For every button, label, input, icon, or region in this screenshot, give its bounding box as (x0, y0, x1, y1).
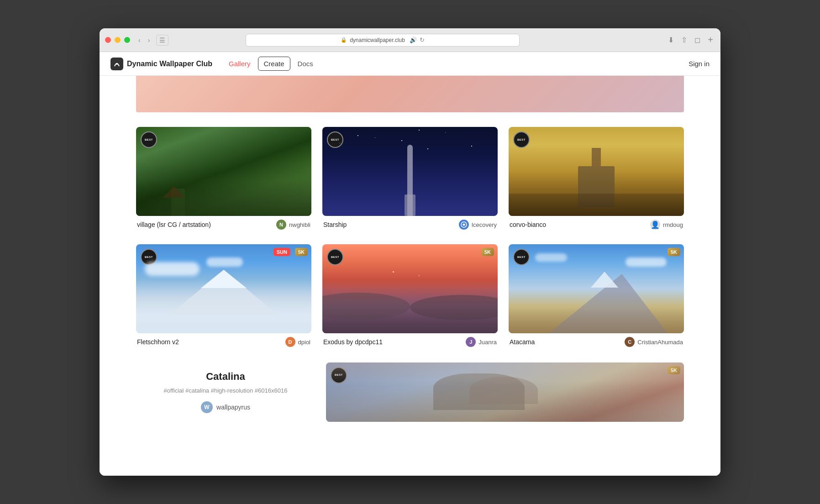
gallery-thumb-atacama[interactable]: BEST 5K (509, 244, 684, 333)
gallery-info-starship: Starship lcecovery (322, 220, 498, 230)
gallery-item-fletschhorn: BEST SUN 5K Fletschhorn v2 (136, 244, 311, 347)
gallery-title-starship: Starship (323, 221, 347, 228)
gallery-thumb-catalina[interactable]: BEST 5K (326, 362, 684, 422)
catalina-info: Catalina #official #catalina #high-resol… (136, 362, 315, 422)
content-area: BEST village (lsr CG / artstation) N nwg… (100, 76, 720, 476)
url-text: dynamicwallpaper.club (350, 37, 405, 43)
gallery-author-starship: lcecovery (459, 220, 497, 230)
author-name-village: nwghibli (289, 221, 310, 228)
nav-links: Gallery Create Docs (223, 57, 319, 71)
gallery-row-2: BEST SUN 5K Fletschhorn v2 (136, 244, 684, 347)
download-icon[interactable]: ⬇ (666, 34, 676, 46)
avatar-starship (459, 220, 469, 230)
avatar-exodus: J (466, 337, 476, 347)
back-button[interactable]: ‹ (136, 35, 143, 46)
best-badge-village: BEST (141, 131, 157, 148)
res-badge-fletschhorn: 5K (295, 248, 308, 256)
author-name-exodus: Juanra (478, 339, 497, 346)
gallery-grid-1: BEST village (lsr CG / artstation) N nwg… (136, 127, 684, 230)
catalina-section: Catalina #official #catalina #high-resol… (136, 362, 684, 422)
traffic-lights (105, 37, 130, 43)
gallery-item-exodus: BEST 5K Exodus by dpcdpc11 (322, 244, 498, 347)
logo[interactable]: Dynamic Wallpaper Club (110, 58, 212, 70)
gallery-row-1: BEST village (lsr CG / artstation) N nwg… (136, 127, 684, 230)
svg-point-0 (116, 63, 118, 65)
gallery-info-village: village (lsr CG / artstation) N nwghibli (136, 220, 311, 230)
corvo-tower (592, 148, 601, 166)
res-badge-atacama: 5K (668, 248, 680, 256)
catalina-author: W wallpapyrus (136, 401, 315, 413)
browser-window: ‹ › ☰ 🔒 dynamicwallpaper.club 🔊 ↻ ⬇ ⇧ ◻ … (100, 28, 720, 476)
gallery-thumb-exodus[interactable]: BEST 5K (322, 244, 498, 333)
gallery-title-corvo: corvo-bianco (510, 221, 546, 228)
gallery-grid-2: BEST SUN 5K Fletschhorn v2 (136, 244, 684, 347)
best-badge-corvo: BEST (513, 131, 530, 148)
author-name-starship: lcecovery (472, 221, 497, 228)
sun-badge-fletschhorn: SUN (273, 248, 290, 256)
reload-icon[interactable]: ↻ (420, 37, 425, 43)
avatar-atacama: C (625, 337, 635, 347)
mountain-snow-fletschhorn (201, 270, 247, 288)
address-bar[interactable]: 🔒 dynamicwallpaper.club 🔊 ↻ (246, 34, 520, 47)
gallery-author-corvo: 👤 rmdoug (650, 220, 683, 230)
audio-icon: 🔊 (410, 37, 417, 43)
starship-tower (407, 145, 413, 216)
add-tab-button[interactable]: + (706, 33, 715, 47)
author-name-corvo: rmdoug (663, 221, 683, 228)
gallery-author-exodus: J Juanra (466, 337, 497, 347)
gallery-info-corvo: corvo-bianco 👤 rmdoug (509, 220, 684, 230)
gallery-thumb-village[interactable]: BEST (136, 127, 311, 216)
volcano-snow-atacama (591, 272, 618, 288)
catalina-title: Catalina (136, 371, 315, 383)
gallery-info-fletschhorn: Fletschhorn v2 D dpiol (136, 337, 311, 347)
avatar-village: N (276, 220, 286, 230)
logo-icon (110, 58, 123, 70)
minimize-button[interactable] (115, 37, 121, 43)
tab-menu-icon[interactable]: ◻ (693, 34, 702, 46)
close-button[interactable] (105, 37, 111, 43)
gallery-title-atacama: Atacama (510, 338, 535, 346)
gallery-title-fletschhorn: Fletschhorn v2 (137, 338, 179, 346)
best-badge-atacama: BEST (513, 249, 530, 265)
nav-docs[interactable]: Docs (292, 57, 319, 70)
gallery-author-fletschhorn: D dpiol (285, 337, 310, 347)
avatar-corvo: 👤 (650, 220, 660, 230)
nav-bar: Dynamic Wallpaper Club Gallery Create Do… (100, 52, 720, 76)
tab-overview-button[interactable]: ☰ (156, 35, 168, 46)
gallery-author-atacama: C CristianAhumada (625, 337, 683, 347)
gallery-info-exodus: Exodus by dpcdpc11 J Juanra (322, 337, 498, 347)
gallery-title-exodus: Exodus by dpcdpc11 (323, 338, 383, 346)
avatar-fletschhorn: D (285, 337, 295, 347)
catalina-tags: #official #catalina #high-resolution #60… (136, 387, 315, 394)
gallery-item-atacama: BEST 5K Atacama (509, 244, 684, 347)
title-bar: ‹ › ☰ 🔒 dynamicwallpaper.club 🔊 ↻ ⬇ ⇧ ◻ … (100, 28, 720, 52)
author-name-catalina: wallpapyrus (216, 404, 250, 411)
hero-image (136, 76, 684, 112)
share-icon[interactable]: ⇧ (679, 34, 689, 46)
gallery-info-atacama: Atacama C CristianAhumada (509, 337, 684, 347)
gallery-item-corvo: BEST corvo-bianco 👤 rmdoug (509, 127, 684, 230)
nav-buttons: ‹ › (136, 35, 152, 46)
maximize-button[interactable] (124, 37, 130, 43)
gallery-thumb-fletschhorn[interactable]: BEST SUN 5K (136, 244, 311, 333)
avatar-catalina: W (201, 401, 213, 413)
gallery-item-starship: BEST (322, 127, 498, 230)
best-badge-exodus: BEST (327, 249, 343, 265)
gallery-thumb-starship[interactable]: BEST (322, 127, 498, 216)
author-name-fletschhorn: dpiol (298, 339, 310, 346)
gallery-item-village: BEST village (lsr CG / artstation) N nwg… (136, 127, 311, 230)
gallery-thumb-corvo[interactable]: BEST (509, 127, 684, 216)
nav-gallery[interactable]: Gallery (223, 57, 256, 70)
gallery-author-village: N nwghibli (276, 220, 310, 230)
lock-icon: 🔒 (341, 37, 347, 43)
sign-in-button[interactable]: Sign in (689, 60, 710, 68)
forward-button[interactable]: › (145, 35, 153, 46)
author-name-atacama: CristianAhumada (637, 339, 683, 346)
nav-create[interactable]: Create (258, 57, 290, 71)
res-badge-exodus: 5K (481, 248, 494, 256)
toolbar-right: ⬇ ⇧ ◻ + (666, 33, 715, 47)
logo-text: Dynamic Wallpaper Club (127, 60, 212, 68)
gallery-title-village: village (lsr CG / artstation) (137, 221, 211, 228)
